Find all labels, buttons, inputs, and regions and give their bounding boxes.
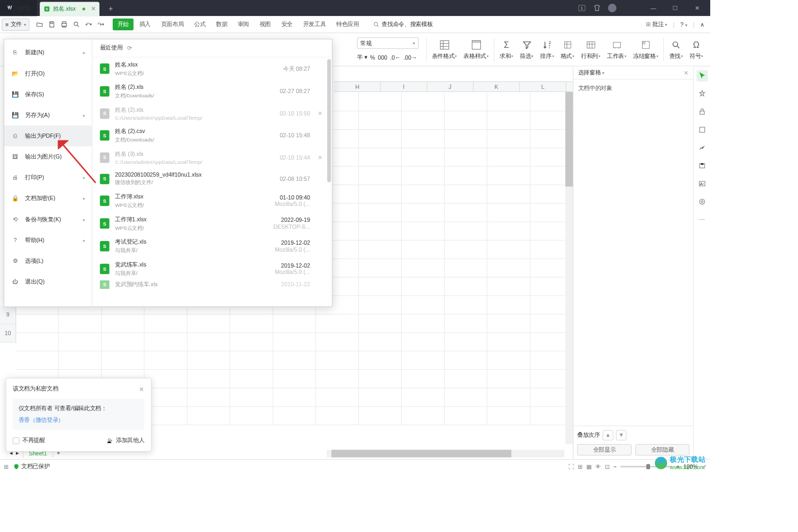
- cell[interactable]: [102, 314, 145, 333]
- cell[interactable]: [444, 407, 487, 426]
- cell[interactable]: [402, 167, 445, 185]
- cell[interactable]: [359, 333, 402, 352]
- cell[interactable]: [487, 185, 530, 204]
- tab-formula[interactable]: 公式: [189, 19, 210, 30]
- add-others-button[interactable]: 添加其他人: [106, 437, 144, 445]
- file-menu-item-3[interactable]: 💾另存为(A)▸: [4, 105, 92, 126]
- cell[interactable]: [402, 351, 445, 370]
- collapse-ribbon-button[interactable]: ∧: [700, 21, 704, 28]
- help-button[interactable]: ? ▾: [680, 21, 687, 28]
- cell[interactable]: [359, 111, 402, 130]
- cell[interactable]: [444, 185, 487, 204]
- move-up-button[interactable]: ▲: [603, 430, 613, 440]
- cell[interactable]: [444, 204, 487, 222]
- doc-protected[interactable]: 文档已保护: [13, 463, 50, 471]
- cell[interactable]: [359, 222, 402, 240]
- recent-file-row[interactable]: S考试登记.xls与我共享/2019-12-02Mozilla/5.0 (...: [93, 235, 332, 257]
- cell[interactable]: [402, 148, 445, 167]
- freeze-button[interactable]: 冻结窗格▾: [630, 37, 662, 61]
- cell[interactable]: [316, 407, 359, 426]
- remove-recent-icon[interactable]: ✕: [316, 154, 325, 161]
- cell[interactable]: [359, 167, 402, 185]
- rail-property-icon[interactable]: [696, 124, 708, 135]
- cell[interactable]: [359, 370, 402, 388]
- hide-all-button[interactable]: 全部隐藏: [635, 444, 689, 455]
- tab-close-icon[interactable]: ✕: [91, 6, 96, 12]
- file-menu-item-6[interactable]: 🖨打印(P)▸: [4, 167, 92, 188]
- cell[interactable]: [487, 130, 530, 148]
- refresh-icon[interactable]: ⟳: [127, 45, 132, 51]
- cell[interactable]: [145, 333, 188, 352]
- cell[interactable]: [359, 407, 402, 426]
- cell[interactable]: [487, 370, 530, 388]
- cell[interactable]: [359, 185, 402, 204]
- cell[interactable]: [316, 333, 359, 352]
- cell[interactable]: [402, 278, 445, 296]
- cell[interactable]: [316, 370, 359, 388]
- cell[interactable]: [359, 296, 402, 314]
- cell[interactable]: [487, 167, 530, 185]
- cell[interactable]: [402, 204, 445, 222]
- horizontal-scrollbar[interactable]: [327, 450, 564, 458]
- zoom-out-button[interactable]: −: [613, 463, 617, 470]
- cell[interactable]: [444, 351, 487, 370]
- inc-decimal-icon[interactable]: .0←: [390, 54, 401, 62]
- file-menu-item-0[interactable]: ⎘新建(N)▸: [4, 42, 92, 63]
- file-menu-item-2[interactable]: 💾保存(S): [4, 84, 92, 105]
- minimize-button[interactable]: —: [643, 1, 664, 15]
- skin-icon[interactable]: [593, 4, 601, 12]
- remove-recent-icon[interactable]: ✕: [316, 110, 325, 117]
- row-10[interactable]: 10: [0, 325, 15, 343]
- cell[interactable]: [402, 185, 445, 204]
- cell[interactable]: [444, 388, 487, 407]
- worksheet-button[interactable]: 工作表▾: [604, 37, 630, 61]
- rowcol-button[interactable]: 行和列▾: [578, 37, 604, 61]
- qat-print-icon[interactable]: [59, 19, 69, 30]
- cell[interactable]: [16, 314, 59, 333]
- cell[interactable]: [145, 314, 188, 333]
- file-menu-item-5[interactable]: 🖼输出为图片(G): [4, 146, 92, 167]
- cell[interactable]: [187, 351, 230, 370]
- cell[interactable]: [402, 130, 445, 148]
- file-menu-item-10[interactable]: ⚙选项(L): [4, 251, 92, 271]
- cell[interactable]: [359, 204, 402, 222]
- cell[interactable]: [444, 222, 487, 240]
- qat-save-icon[interactable]: [46, 19, 57, 30]
- cell[interactable]: [402, 333, 445, 352]
- cell[interactable]: [273, 333, 316, 352]
- file-menu-item-9[interactable]: ?帮助(H)▸: [4, 230, 92, 251]
- scroll-thumb[interactable]: [331, 450, 511, 458]
- move-down-button[interactable]: ▼: [616, 430, 627, 440]
- cell[interactable]: [187, 314, 230, 333]
- tab-security[interactable]: 安全: [277, 19, 297, 30]
- recent-file-row[interactable]: S党武练车.xls与我共享/2019-12-02Mozilla/5.0 (...: [93, 257, 332, 280]
- column-headers[interactable]: H I J K L: [334, 81, 573, 92]
- filter-button[interactable]: 筛选▾: [517, 37, 537, 61]
- conditional-format-button[interactable]: 条件格式▾: [428, 37, 460, 61]
- cell[interactable]: [102, 351, 145, 370]
- qat-preview-icon[interactable]: [71, 19, 82, 30]
- dec-decimal-icon[interactable]: .00→: [403, 54, 417, 62]
- cell[interactable]: [273, 407, 316, 426]
- cell[interactable]: [402, 370, 445, 388]
- cell[interactable]: [487, 314, 530, 333]
- recent-file-row[interactable]: S党武预约练车.xls2010-11-22: [93, 280, 332, 289]
- cell[interactable]: [187, 333, 230, 352]
- cell[interactable]: [487, 240, 530, 259]
- pane-close-icon[interactable]: ✕: [684, 69, 688, 76]
- cell[interactable]: [16, 333, 59, 352]
- tab-insert[interactable]: 插入: [135, 19, 155, 30]
- qat-redo-icon[interactable]: ↷▾: [96, 19, 106, 30]
- cell[interactable]: [402, 111, 445, 130]
- col-l[interactable]: L: [520, 82, 566, 92]
- cell[interactable]: [230, 407, 273, 426]
- tab-review[interactable]: 审阅: [233, 19, 254, 30]
- col-j[interactable]: J: [427, 82, 473, 92]
- cell[interactable]: [444, 111, 487, 130]
- col-h[interactable]: H: [334, 82, 380, 92]
- recent-file-row[interactable]: S工作簿.xlsxWPS云文档/01-10 09:40Mozilla/5.0 (…: [93, 189, 332, 212]
- table-style-button[interactable]: 表格样式▾: [460, 37, 492, 61]
- cell[interactable]: [402, 314, 445, 333]
- cell[interactable]: [402, 296, 445, 314]
- find-button[interactable]: 查找▾: [666, 37, 686, 61]
